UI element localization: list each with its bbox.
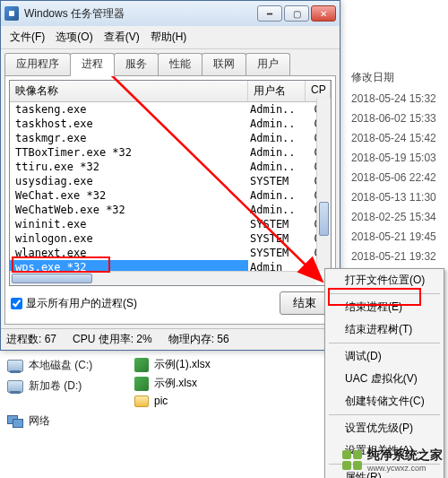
- file-row-date[interactable]: 2018-05-21 19:45: [340, 227, 448, 247]
- col-image-name[interactable]: 映像名称: [10, 81, 248, 101]
- file-row-date[interactable]: 2018-05-24 15:42: [340, 128, 448, 148]
- tab-4[interactable]: 联网: [202, 53, 246, 75]
- ctx-separator: [329, 293, 440, 294]
- ctx-item-2[interactable]: 结束进程树(T): [325, 318, 444, 341]
- tab-0[interactable]: 应用程序: [4, 53, 71, 75]
- ctx-item-0[interactable]: 打开文件位置(O): [325, 269, 444, 291]
- column-header-modified[interactable]: 修改日期: [340, 66, 448, 89]
- ctx-separator: [329, 343, 440, 343]
- titlebar[interactable]: Windows 任务管理器 ━ ▢ ✕: [1, 1, 340, 26]
- process-row[interactable]: TTBoxTimer.exe *32Admin..00: [10, 145, 331, 160]
- process-row[interactable]: ttiru.exe *32Admin..00: [10, 160, 331, 174]
- tab-1[interactable]: 进程: [70, 53, 115, 76]
- ctx-item-5[interactable]: 创建转储文件(C): [325, 390, 444, 413]
- watermark: 纯净系统之家 www.ycwxz.com: [342, 448, 443, 473]
- tab-3[interactable]: 性能: [158, 53, 202, 75]
- close-button[interactable]: ✕: [311, 5, 336, 22]
- file-item-label: pic: [154, 395, 168, 407]
- process-row[interactable]: taskhost.exeAdmin..00: [10, 117, 331, 131]
- ctx-item-3[interactable]: 调试(D): [325, 345, 444, 368]
- context-menu: 打开文件位置(O)结束进程(E)结束进程树(T)调试(D)UAC 虚拟化(V)创…: [324, 268, 444, 478]
- nav-item-label: 新加卷 (D:): [29, 378, 82, 394]
- nav-item-label: 网络: [29, 413, 50, 429]
- watermark-title: 纯净系统之家: [367, 448, 443, 464]
- status-process-count: 进程数: 67: [6, 332, 56, 347]
- window-title: Windows 任务管理器: [24, 6, 257, 22]
- minimize-button[interactable]: ━: [257, 5, 282, 22]
- process-row[interactable]: wlanext.exeSYSTEM00: [10, 246, 331, 260]
- menu-help[interactable]: 帮助(H): [147, 28, 191, 47]
- explorer-file-list: 示例(1).xlsx示例.xlsxpic: [134, 355, 211, 409]
- ctx-item-6[interactable]: 设置优先级(P): [325, 417, 444, 439]
- status-phys-mem: 物理内存: 56: [168, 332, 229, 347]
- ctx-item-4[interactable]: UAC 虚拟化(V): [325, 368, 444, 390]
- nav-item[interactable]: 新加卷 (D:): [5, 376, 131, 396]
- file-row-date[interactable]: 2018-05-13 11:30: [340, 187, 448, 207]
- nav-item-label: 本地磁盘 (C:): [29, 358, 92, 373]
- watermark-url: www.ycwxz.com: [367, 464, 443, 473]
- col-user[interactable]: 用户名: [248, 81, 306, 101]
- file-row-date[interactable]: 2018-05-21 19:32: [340, 247, 448, 266]
- process-row[interactable]: taskeng.exeAdmin..00: [10, 102, 331, 117]
- file-item-label: 示例.xlsx: [154, 376, 197, 391]
- vertical-scrollbar[interactable]: [316, 99, 331, 271]
- tab-5[interactable]: 用户: [246, 53, 290, 75]
- file-row-date[interactable]: 2018-05-19 15:03: [340, 148, 448, 168]
- drive-icon: [7, 380, 23, 393]
- status-bar: 进程数: 67 CPU 使用率: 2% 物理内存: 56: [1, 328, 340, 350]
- horizontal-scrollbar[interactable]: [10, 271, 316, 285]
- process-row[interactable]: WeChat.exe *32Admin..00: [10, 188, 331, 203]
- taskmgr-window: Windows 任务管理器 ━ ▢ ✕ 文件(F) 选项(O) 查看(V) 帮助…: [0, 0, 340, 351]
- xlsx-icon: [134, 377, 149, 391]
- network-icon: [7, 415, 23, 428]
- file-item[interactable]: pic: [134, 393, 211, 409]
- file-item[interactable]: 示例.xlsx: [134, 374, 211, 393]
- tab-content-processes: 映像名称 用户名 CP taskeng.exeAdmin..00taskhost…: [4, 75, 336, 325]
- process-row[interactable]: usysdiag.exeSYSTEM00: [10, 174, 331, 188]
- file-row-date[interactable]: 2018-05-06 22:42: [340, 168, 448, 187]
- process-row[interactable]: WeChatWeb.exe *32Admin..00: [10, 203, 331, 217]
- file-row-date[interactable]: 2018-05-24 15:32: [340, 89, 448, 109]
- explorer-nav-tree: 本地磁盘 (C:)新加卷 (D:)网络: [5, 355, 131, 431]
- xlsx-icon: [134, 358, 149, 372]
- show-all-users-checkbox[interactable]: [11, 298, 22, 309]
- tab-2[interactable]: 服务: [114, 53, 159, 75]
- process-list: 映像名称 用户名 CP taskeng.exeAdmin..00taskhost…: [9, 80, 332, 286]
- ctx-separator: [329, 414, 440, 415]
- status-cpu-usage: CPU 使用率: 2%: [73, 332, 152, 347]
- process-row[interactable]: taskmgr.exeAdmin..05: [10, 131, 331, 145]
- ctx-item-1[interactable]: 结束进程(E): [325, 296, 444, 318]
- maximize-button[interactable]: ▢: [284, 5, 309, 22]
- drive-icon: [7, 360, 23, 372]
- file-row-date[interactable]: 2018-02-25 15:34: [340, 207, 448, 227]
- menu-file[interactable]: 文件(F): [6, 28, 48, 47]
- process-row[interactable]: winlogon.exeSYSTEM00: [10, 231, 331, 246]
- file-item-label: 示例(1).xlsx: [154, 357, 211, 372]
- menu-view[interactable]: 查看(V): [100, 28, 143, 47]
- end-process-button[interactable]: 结束: [280, 291, 330, 315]
- show-all-users-label: 显示所有用户的进程(S): [26, 296, 137, 311]
- file-row-date[interactable]: 2018-06-02 15:33: [340, 109, 448, 128]
- tabstrip: 应用程序进程服务性能联网用户: [1, 49, 340, 75]
- watermark-logo-icon: [342, 450, 362, 470]
- menu-options[interactable]: 选项(O): [52, 28, 96, 47]
- file-item[interactable]: 示例(1).xlsx: [134, 355, 211, 374]
- nav-item[interactable]: 本地磁盘 (C:): [5, 355, 131, 376]
- nav-item[interactable]: 网络: [5, 411, 131, 431]
- menubar: 文件(F) 选项(O) 查看(V) 帮助(H): [1, 26, 340, 49]
- taskmgr-icon: [4, 6, 19, 21]
- process-row[interactable]: wininit.exeSYSTEM00: [10, 217, 331, 231]
- folder-icon: [134, 395, 149, 407]
